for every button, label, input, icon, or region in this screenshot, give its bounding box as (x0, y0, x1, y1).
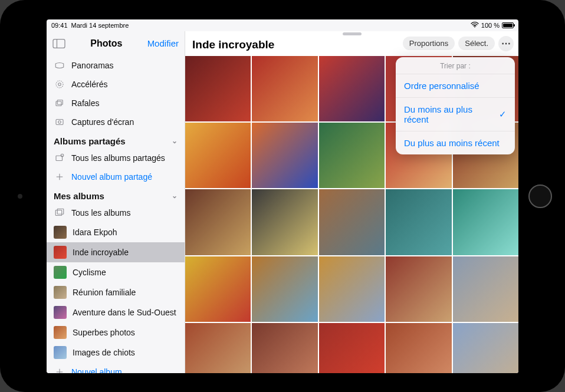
album-thumbnail (54, 286, 67, 299)
photo-thumbnail[interactable] (185, 56, 251, 121)
bezel (0, 0, 35, 392)
status-bar: 09:41 Mardi 14 septembre 100 % (47, 19, 518, 31)
album-thumbnail (54, 226, 67, 239)
sidebar-item-album-chiots[interactable]: Images de chiots (47, 342, 185, 363)
photo-thumbnail[interactable] (453, 189, 518, 255)
burst-icon (54, 97, 65, 109)
chevron-down-icon: ⌄ (172, 137, 178, 145)
sidebar-item-label: Images de chiots (73, 348, 178, 357)
sidebar-item-label: Accélérés (71, 80, 178, 89)
photo-thumbnail[interactable] (252, 189, 317, 255)
sidebar-item-screenshots[interactable]: Captures d'écran (47, 113, 185, 131)
plus-icon (54, 366, 65, 373)
plus-icon (54, 171, 65, 183)
sidebar-header: Photos Modifier (47, 31, 185, 56)
photo-thumbnail[interactable] (319, 256, 385, 322)
svg-rect-6 (57, 100, 63, 104)
svg-point-0 (474, 26, 475, 27)
photo-thumbnail[interactable] (252, 56, 317, 121)
svg-rect-7 (56, 119, 63, 124)
sort-option-newest-first[interactable]: Du plus au moins récent (396, 131, 515, 154)
sidebar-toggle-icon[interactable] (52, 38, 65, 49)
select-button[interactable]: Sélect. (458, 37, 495, 50)
photo-thumbnail[interactable] (453, 256, 518, 322)
photo-thumbnail[interactable] (386, 323, 451, 373)
sidebar-item-label: Captures d'écran (71, 117, 178, 127)
sidebar-item-album-cyclisme[interactable]: Cyclisme (47, 262, 185, 282)
svg-point-4 (58, 83, 61, 85)
sort-option-oldest-first[interactable]: Du moins au plus récent ✓ (396, 97, 515, 131)
sidebar-item-bursts[interactable]: Rafales (47, 94, 185, 113)
photo-thumbnail[interactable] (386, 256, 451, 322)
sidebar-item-new-album[interactable]: Nouvel album (47, 363, 185, 373)
sidebar-item-panoramas[interactable]: Panoramas (47, 56, 185, 75)
sidebar-item-all-shared[interactable]: Tous les albums partagés (47, 149, 185, 167)
sidebar-item-label: Nouvel album (71, 367, 178, 373)
main-toolbar: Inde incroyable Proportions Sélect. ⋯ (185, 31, 518, 56)
multitask-grabber[interactable] (343, 32, 362, 35)
popover-item-label: Du plus au moins récent (404, 138, 500, 148)
photo-thumbnail[interactable] (252, 123, 317, 188)
aspect-button[interactable]: Proportions (403, 37, 455, 50)
photo-thumbnail[interactable] (185, 256, 251, 322)
album-thumbnail (54, 306, 67, 319)
battery-percent: 100 % (481, 22, 500, 29)
more-button[interactable]: ⋯ (498, 36, 514, 51)
photo-thumbnail[interactable] (252, 256, 317, 322)
home-button[interactable] (528, 185, 552, 208)
photo-thumbnail[interactable] (185, 189, 251, 255)
sidebar-item-album-inde[interactable]: Inde incroyable (47, 242, 185, 262)
popover-title: Trier par : (396, 57, 515, 74)
sidebar-list[interactable]: Panoramas Accélérés Rafales Captures d'é… (47, 56, 185, 373)
album-thumbnail (54, 266, 67, 279)
photo-thumbnail[interactable] (386, 189, 451, 255)
sidebar-item-all-albums[interactable]: Tous les albums (47, 203, 185, 222)
photo-thumbnail[interactable] (185, 323, 251, 373)
svg-rect-1 (53, 39, 65, 48)
section-label: Mes albums (54, 191, 104, 201)
photo-thumbnail[interactable] (185, 123, 251, 188)
album-thumbnail (54, 346, 67, 359)
sidebar-item-label: Superbes photos (73, 328, 178, 337)
svg-point-8 (58, 120, 61, 123)
svg-rect-14 (57, 209, 64, 214)
photo-thumbnail[interactable] (319, 189, 385, 255)
photo-thumbnail[interactable] (319, 56, 385, 121)
sidebar-item-album-idara[interactable]: Idara Ekpoh (47, 222, 185, 242)
split-view: Photos Modifier Panoramas Accélérés Rafa (47, 31, 518, 373)
svg-rect-5 (56, 101, 61, 106)
photo-thumbnail[interactable] (319, 323, 385, 373)
sidebar-edit-button[interactable]: Modifier (147, 38, 179, 48)
album-thumbnail (54, 246, 67, 259)
sidebar-item-label: Idara Ekpoh (73, 228, 178, 237)
sidebar: Photos Modifier Panoramas Accélérés Rafa (47, 31, 185, 373)
status-time: 09:41 (51, 22, 68, 29)
popover-item-label: Ordre personnalisé (404, 81, 479, 91)
sidebar-item-timelapse[interactable]: Accélérés (47, 75, 185, 94)
sidebar-item-album-superbes[interactable]: Superbes photos (47, 322, 185, 342)
checkmark-icon: ✓ (499, 109, 507, 120)
section-shared-albums[interactable]: Albums partagés ⌄ (47, 131, 185, 149)
svg-rect-13 (55, 210, 62, 215)
chevron-down-icon: ⌄ (172, 192, 178, 200)
sidebar-item-label: Panoramas (71, 61, 178, 70)
panorama-icon (54, 60, 65, 71)
sidebar-item-label: Tous les albums partagés (71, 153, 178, 163)
photo-thumbnail[interactable] (252, 323, 317, 373)
ipad-device-frame: 09:41 Mardi 14 septembre 100 % Photos (0, 0, 565, 392)
sidebar-item-album-aventure[interactable]: Aventure dans le Sud-Ouest (47, 302, 185, 322)
sidebar-title: Photos (90, 38, 122, 49)
sidebar-item-new-shared[interactable]: Nouvel album partagé (47, 167, 185, 186)
sort-option-custom[interactable]: Ordre personnalisé (396, 74, 515, 97)
main-content: Inde incroyable Proportions Sélect. ⋯ (185, 31, 518, 373)
section-my-albums[interactable]: Mes albums ⌄ (47, 186, 185, 203)
sidebar-item-album-reunion[interactable]: Réunion familiale (47, 282, 185, 302)
popover-item-label: Du moins au plus récent (404, 104, 499, 124)
sidebar-item-label: Réunion familiale (73, 288, 178, 297)
screen: 09:41 Mardi 14 septembre 100 % Photos (47, 19, 518, 373)
album-title: Inde incroyable (190, 38, 274, 51)
photo-thumbnail[interactable] (319, 123, 385, 188)
sidebar-item-label: Nouvel album partagé (71, 172, 178, 182)
sidebar-item-label: Inde incroyable (73, 248, 178, 257)
photo-thumbnail[interactable] (453, 323, 518, 373)
